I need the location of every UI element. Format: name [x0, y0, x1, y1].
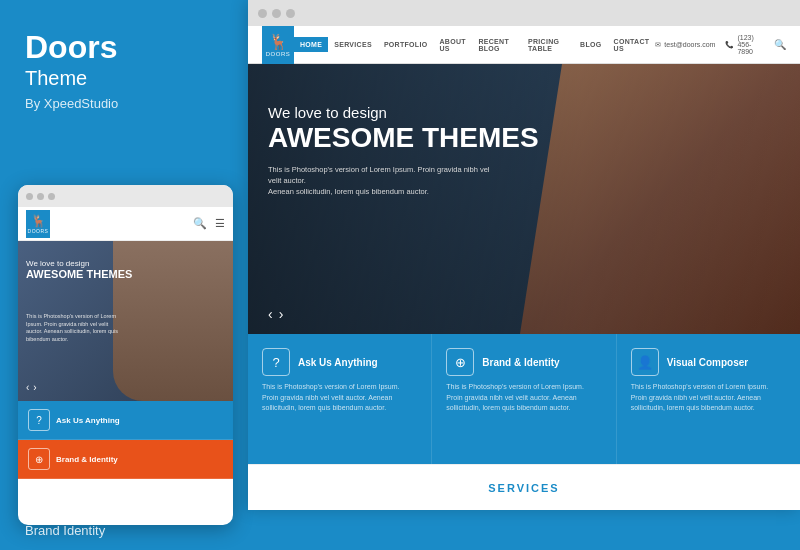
dcard-visual-icon: 👤 — [631, 348, 659, 376]
mobile-hero-line2: awesome THEMES — [26, 268, 132, 281]
hero-line2: awesome THEMES — [268, 123, 539, 154]
ask-icon: ? — [28, 409, 50, 431]
dcard-visual-title: Visual Composer — [667, 357, 749, 368]
mobile-nav-icons: 🔍 ☰ — [193, 217, 225, 230]
brand-subtitle: Theme — [25, 67, 223, 90]
mobile-mockup: 🦌 DOORS 🔍 ☰ We love to design awesome TH… — [18, 185, 233, 525]
nav-email: ✉ test@doors.com — [655, 41, 715, 49]
nav-pricing[interactable]: PRICING TABLE — [522, 34, 574, 56]
dcard-visual-header: 👤 Visual Composer — [631, 348, 786, 376]
nav-phone: 📞 (123) 456-7890 — [725, 34, 764, 55]
deer-icon: 🦌 — [269, 33, 288, 51]
desktop-mockup: 🦌 DOORS HOME SERVICES PORTFOLIO ABOUT US… — [248, 0, 800, 510]
dcard-ask-title: Ask Us Anything — [298, 357, 378, 368]
desktop-dot-2 — [272, 9, 281, 18]
bottom-brand-text: Brand Identity — [25, 523, 105, 538]
desktop-cards: ? Ask Us Anything This is Photoshop's ve… — [248, 334, 800, 464]
nav-services[interactable]: SERVICES — [328, 37, 378, 52]
desktop-dot-3 — [286, 9, 295, 18]
mobile-logo-area: 🦌 DOORS — [26, 210, 50, 238]
mobile-dot-1 — [26, 193, 33, 200]
dcard-brand-icon: ⊕ — [446, 348, 474, 376]
nav-home[interactable]: HOME — [294, 37, 328, 52]
desktop-nav-right: ✉ test@doors.com 📞 (123) 456-7890 🔍 — [655, 34, 786, 55]
hero-arrows: ‹ › — [268, 306, 283, 322]
mobile-hero: We love to design awesome THEMES This is… — [18, 241, 233, 401]
dcard-ask-icon: ? — [262, 348, 290, 376]
mobile-titlebar — [18, 185, 233, 207]
nav-portfolio[interactable]: PORTFOLIO — [378, 37, 434, 52]
hero-prev-icon[interactable]: ‹ — [268, 306, 273, 322]
prev-arrow-icon[interactable]: ‹ — [26, 382, 29, 393]
desktop-dot-1 — [258, 9, 267, 18]
hero-next-icon[interactable]: › — [279, 306, 284, 322]
mobile-dot-3 — [48, 193, 55, 200]
dcard-brand-header: ⊕ Brand & Identity — [446, 348, 601, 376]
mobile-nav: 🦌 DOORS 🔍 ☰ — [18, 207, 233, 241]
mobile-doors-label: DOORS — [28, 228, 49, 234]
mobile-hero-text: We love to design awesome THEMES — [26, 259, 132, 281]
phone-icon: 📞 — [725, 41, 734, 49]
dcard-ask-header: ? Ask Us Anything — [262, 348, 417, 376]
mobile-menu-icon[interactable]: ☰ — [215, 217, 225, 230]
hero-text-area: We love to design awesome THEMES This is… — [268, 104, 539, 198]
desktop-logo-box: 🦌 DOORS — [262, 26, 294, 64]
left-panel: Doors Theme By XpeedStudio 🦌 DOORS 🔍 ☰ — [0, 0, 248, 550]
desktop-titlebar — [248, 0, 800, 26]
mobile-hero-arrows: ‹ › — [26, 382, 37, 393]
dcard-visual-text: This is Photoshop's version of Lorem Ips… — [631, 382, 786, 414]
desktop-nav-items: HOME SERVICES PORTFOLIO ABOUT US RECENT … — [294, 34, 655, 56]
mobile-search-icon[interactable]: 🔍 — [193, 217, 207, 230]
services-label: SERVICES — [488, 482, 559, 494]
brand-icon: ⊕ — [28, 448, 50, 470]
next-arrow-icon[interactable]: › — [33, 382, 36, 393]
dcard-ask-text: This is Photoshop's version of Lorem Ips… — [262, 382, 417, 414]
mobile-hero-line1: We love to design — [26, 259, 132, 268]
mobile-card-ask[interactable]: ? Ask Us Anything — [18, 401, 233, 440]
nav-about[interactable]: ABOUT US — [433, 34, 472, 56]
nav-blog2[interactable]: BLOG — [574, 37, 607, 52]
hero-line1: We love to design — [268, 104, 539, 121]
desktop-hero: We love to design awesome THEMES This is… — [248, 64, 800, 334]
mobile-brand-label: Brand & Identity — [56, 455, 118, 464]
brand-by: By XpeedStudio — [25, 96, 223, 111]
dcard-brand-title: Brand & Identity — [482, 357, 559, 368]
dcard-brand-text: This is Photoshop's version of Lorem Ips… — [446, 382, 601, 414]
dcard-visual[interactable]: 👤 Visual Composer This is Photoshop's ve… — [617, 334, 800, 464]
mobile-dot-2 — [37, 193, 44, 200]
desktop-logo-area: 🦌 DOORS — [262, 26, 294, 64]
brand-name: Doors — [25, 30, 223, 65]
desktop-doors-label: DOORS — [266, 51, 291, 57]
mobile-logo-box: 🦌 DOORS — [26, 210, 50, 238]
phone-text: (123) 456-7890 — [737, 34, 764, 55]
desktop-search-icon[interactable]: 🔍 — [774, 39, 786, 50]
mobile-card-brand[interactable]: ⊕ Brand & Identity — [18, 440, 233, 479]
desktop-services: SERVICES — [248, 464, 800, 510]
desktop-nav: 🦌 DOORS HOME SERVICES PORTFOLIO ABOUT US… — [248, 26, 800, 64]
email-text: test@doors.com — [664, 41, 715, 48]
mobile-hero-desc: This is Photoshop's version of Lorem Ips… — [26, 313, 126, 344]
nav-blog[interactable]: RECENT BLOG — [472, 34, 522, 56]
dcard-brand[interactable]: ⊕ Brand & Identity This is Photoshop's v… — [432, 334, 616, 464]
hero-desc-line1: This is Photoshop's version of Lorem Ips… — [268, 165, 490, 185]
mobile-ask-label: Ask Us Anything — [56, 416, 120, 425]
hero-desc: This is Photoshop's version of Lorem Ips… — [268, 164, 498, 198]
hero-desc-line2: Aenean sollicitudin, lorem quis bibendum… — [268, 187, 429, 196]
email-icon: ✉ — [655, 41, 661, 49]
dcard-ask[interactable]: ? Ask Us Anything This is Photoshop's ve… — [248, 334, 432, 464]
nav-contact[interactable]: CONTACT US — [608, 34, 656, 56]
deer-icon-small: 🦌 — [31, 214, 46, 228]
